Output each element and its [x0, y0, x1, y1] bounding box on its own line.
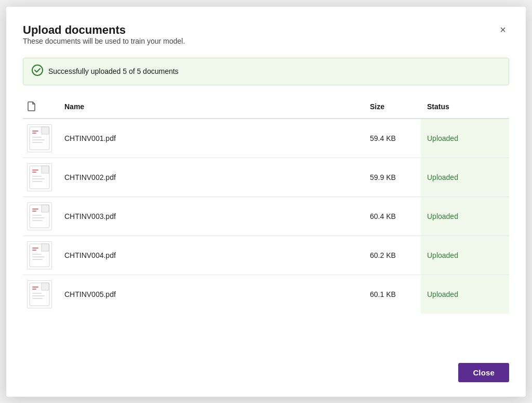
- svg-rect-4: [32, 139, 45, 140]
- file-status-cell: Uploaded: [421, 197, 509, 236]
- close-dialog-button[interactable]: Close: [458, 363, 509, 382]
- svg-rect-30: [42, 283, 49, 290]
- file-thumbnail: [27, 280, 52, 308]
- col-header-size: Size: [364, 97, 421, 119]
- file-status-badge: Uploaded: [427, 173, 458, 181]
- file-name: CHTINV004.pdf: [64, 251, 116, 259]
- file-status-badge: Uploaded: [427, 212, 458, 220]
- file-name-cell: CHTINV002.pdf: [58, 158, 364, 197]
- file-thumbnail-cell: [23, 119, 58, 158]
- file-name: CHTINV005.pdf: [64, 290, 116, 298]
- svg-rect-11: [32, 178, 45, 179]
- svg-rect-16: [42, 205, 49, 212]
- file-thumbnail-cell: [23, 197, 58, 236]
- table-row: CHTINV002.pdf59.9 KBUploaded: [23, 158, 509, 197]
- svg-rect-3: [32, 137, 42, 138]
- table-row: CHTINV001.pdf59.4 KBUploaded: [23, 119, 509, 158]
- file-size-cell: 60.4 KB: [364, 197, 421, 236]
- svg-point-0: [32, 65, 43, 75]
- svg-rect-7: [32, 133, 36, 134]
- success-banner: Successfully uploaded 5 of 5 documents: [23, 58, 509, 85]
- svg-rect-18: [32, 217, 45, 218]
- svg-rect-9: [42, 166, 49, 173]
- svg-rect-27: [32, 248, 38, 249]
- dialog-footer: Close: [23, 363, 509, 382]
- svg-rect-14: [32, 172, 36, 173]
- file-status-badge: Uploaded: [427, 251, 458, 259]
- file-name-cell: CHTINV001.pdf: [58, 119, 364, 158]
- svg-rect-21: [32, 211, 36, 212]
- file-thumbnail: [27, 124, 52, 152]
- file-status-cell: Uploaded: [421, 236, 509, 275]
- file-size-cell: 60.1 KB: [364, 275, 421, 314]
- file-size: 60.1 KB: [370, 290, 396, 298]
- table-row: CHTINV005.pdf60.1 KBUploaded: [23, 275, 509, 314]
- svg-rect-25: [32, 256, 45, 257]
- file-thumbnail-cell: [23, 275, 58, 314]
- file-status-badge: Uploaded: [427, 290, 458, 298]
- svg-rect-31: [32, 293, 42, 294]
- close-icon: ×: [500, 24, 506, 35]
- documents-table: Name Size Status: [23, 97, 509, 314]
- svg-rect-6: [32, 131, 38, 132]
- file-size: 59.4 KB: [370, 134, 396, 142]
- svg-rect-23: [42, 244, 49, 251]
- dialog-title-group: Upload documents These documents will be…: [23, 23, 185, 55]
- file-thumbnail: [27, 202, 52, 230]
- file-name-cell: CHTINV004.pdf: [58, 236, 364, 275]
- svg-rect-5: [32, 142, 43, 143]
- file-size: 60.2 KB: [370, 251, 396, 259]
- table-header-row: Name Size Status: [23, 97, 509, 119]
- col-header-status: Status: [421, 97, 509, 119]
- success-banner-text: Successfully uploaded 5 of 5 documents: [48, 67, 179, 75]
- file-thumbnail-cell: [23, 236, 58, 275]
- svg-rect-24: [32, 254, 42, 255]
- file-name-cell: CHTINV005.pdf: [58, 275, 364, 314]
- table-row: CHTINV003.pdf60.4 KBUploaded: [23, 197, 509, 236]
- file-thumbnail: [27, 163, 52, 191]
- file-name: CHTINV002.pdf: [64, 173, 116, 181]
- svg-rect-12: [32, 181, 43, 182]
- documents-table-container: Name Size Status: [23, 97, 509, 348]
- file-thumbnail-cell: [23, 158, 58, 197]
- table-row: CHTINV004.pdf60.2 KBUploaded: [23, 236, 509, 275]
- svg-rect-2: [42, 127, 49, 134]
- svg-rect-35: [32, 289, 36, 290]
- file-size: 60.4 KB: [370, 212, 396, 220]
- file-name-cell: CHTINV003.pdf: [58, 197, 364, 236]
- upload-documents-dialog: Upload documents These documents will be…: [6, 7, 526, 397]
- col-header-name: Name: [58, 97, 364, 119]
- dialog-header: Upload documents These documents will be…: [23, 23, 509, 55]
- svg-rect-17: [32, 215, 42, 216]
- file-status-badge: Uploaded: [427, 134, 458, 142]
- col-header-icon: [23, 97, 58, 119]
- file-status-cell: Uploaded: [421, 119, 509, 158]
- dialog-subtitle: These documents will be used to train yo…: [23, 37, 185, 45]
- file-status-cell: Uploaded: [421, 275, 509, 314]
- close-icon-button[interactable]: ×: [497, 23, 509, 36]
- file-name: CHTINV001.pdf: [64, 134, 116, 142]
- svg-rect-13: [32, 170, 38, 171]
- svg-rect-20: [32, 209, 38, 210]
- svg-rect-10: [32, 176, 42, 177]
- svg-rect-28: [32, 250, 36, 251]
- dialog-title: Upload documents: [23, 23, 185, 37]
- file-name: CHTINV003.pdf: [64, 212, 116, 220]
- file-size-cell: 60.2 KB: [364, 236, 421, 275]
- file-size-cell: 59.4 KB: [364, 119, 421, 158]
- svg-rect-33: [32, 298, 43, 299]
- svg-rect-19: [32, 220, 43, 221]
- success-check-icon: [32, 64, 43, 79]
- svg-rect-34: [32, 287, 38, 288]
- file-size: 59.9 KB: [370, 173, 396, 181]
- svg-rect-26: [32, 259, 43, 260]
- file-size-cell: 59.9 KB: [364, 158, 421, 197]
- file-status-cell: Uploaded: [421, 158, 509, 197]
- svg-rect-32: [32, 295, 45, 296]
- file-thumbnail: [27, 241, 52, 269]
